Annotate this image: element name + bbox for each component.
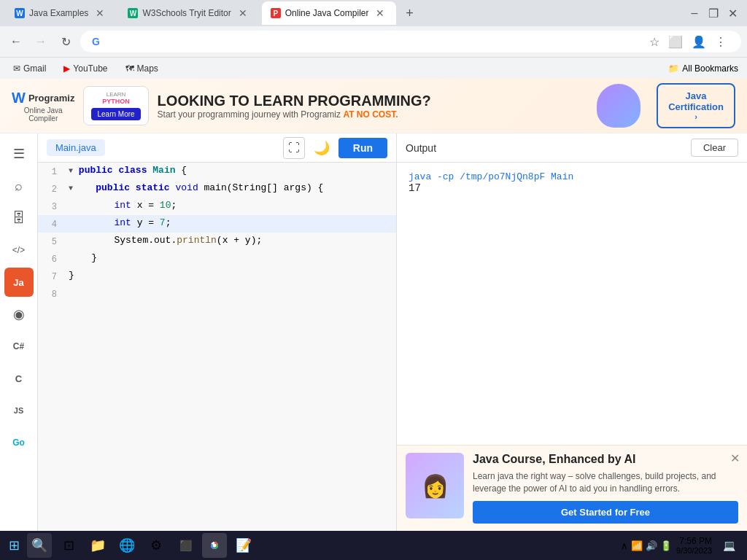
code-line-8: 8	[38, 285, 396, 303]
tab-label-2: W3Schools Tryit Editor	[142, 8, 231, 18]
taskbar-chrome[interactable]	[202, 533, 227, 558]
restore-button[interactable]: ❐	[705, 4, 722, 22]
line-content-7: }	[64, 268, 396, 285]
tray-up-icon[interactable]: ∧	[621, 540, 628, 551]
code-line-1: 1 ▼ public class Main {	[38, 163, 396, 180]
minimize-button[interactable]: –	[686, 4, 703, 22]
get-started-button[interactable]: Get Started for Free	[473, 501, 738, 524]
bookmark-maps[interactable]: 🗺 Maps	[121, 62, 163, 75]
java-cert-arrow: ›	[668, 112, 724, 121]
taskbar-settings[interactable]: ⚙	[144, 533, 169, 558]
file-tab-main-java[interactable]: Main.java	[47, 139, 105, 156]
learn-badge-python: PYTHON	[102, 98, 130, 105]
refresh-button[interactable]: ↻	[55, 31, 76, 52]
run-button[interactable]: Run	[338, 138, 387, 158]
line-content-2: ▼ public static void main(String[] args)…	[64, 180, 396, 198]
line-content-8	[64, 285, 396, 303]
clear-button[interactable]: Clear	[691, 139, 738, 157]
back-button[interactable]: ←	[6, 31, 26, 52]
taskbar-search[interactable]: 🔍	[27, 533, 52, 558]
tab-close-1[interactable]: ✕	[93, 6, 107, 20]
sidebar-icon-c[interactable]: C	[4, 364, 34, 393]
learn-python-badge: LEARN PYTHON Learn More	[83, 86, 148, 125]
tab-favicon-3: P	[271, 8, 281, 18]
java-cert-label: JavaCertification	[668, 90, 724, 112]
clock-time: 7:56 PM	[676, 536, 712, 546]
folder-icon: 📁	[668, 63, 679, 74]
line-num-4: 4	[38, 215, 64, 233]
ad-characters	[589, 84, 648, 128]
sidebar-icon-java[interactable]: Ja	[4, 268, 34, 297]
show-desktop-button[interactable]: 💻	[716, 533, 741, 558]
ai-course-card: 👩 Java Course, Enhanced by AI Learn java…	[397, 445, 747, 531]
close-button[interactable]: ✕	[724, 4, 741, 22]
sidebar-icon-code[interactable]: </>	[4, 236, 34, 265]
learn-more-button[interactable]: Learn More	[91, 108, 140, 120]
address-bar[interactable]: G programiz.com/java-programming/online-…	[80, 31, 741, 52]
line-num-7: 7	[38, 268, 64, 285]
code-editor[interactable]: 1 ▼ public class Main { 2 ▼ public stati…	[38, 163, 397, 531]
tab-close-3[interactable]: ✕	[373, 6, 387, 20]
youtube-favicon: ▶	[63, 63, 70, 74]
code-line-5: 5 System.out.println(x + y);	[38, 233, 396, 250]
tab-java-examples[interactable]: W Java Examples ✕	[6, 1, 116, 25]
tab-favicon-2: W	[128, 8, 138, 18]
taskbar-clock[interactable]: 7:56 PM 9/30/2023	[676, 536, 712, 555]
toolbars-row: Main.java ⛶ 🌙 Run Output Clear	[38, 133, 747, 163]
sidebar-icon-menu[interactable]: ☰	[4, 139, 34, 168]
taskbar-sublime[interactable]: 📝	[231, 533, 256, 558]
line-content-5: System.out.println(x + y);	[64, 233, 396, 250]
url-input[interactable]: programiz.com/java-programming/online-co…	[104, 36, 646, 47]
ad-subtext: Start your programming journey with Prog…	[158, 109, 581, 120]
taskbar-obs[interactable]: ⬛	[173, 533, 198, 558]
reading-view-icon[interactable]: ⬜	[665, 32, 686, 52]
sidebar-icon-database[interactable]: 🗄	[4, 203, 34, 233]
sidebar-icon-csharp[interactable]: C#	[4, 332, 34, 361]
profile-icon[interactable]: 👤	[689, 32, 709, 52]
tab-close-2[interactable]: ✕	[236, 6, 250, 20]
youtube-label: YouTube	[73, 63, 107, 74]
bookmark-star-icon[interactable]: ☆	[646, 32, 662, 52]
ad-text: LOOKING TO LEARN PROGRAMMING? Start your…	[158, 93, 581, 120]
taskbar-file-explorer[interactable]: 📁	[85, 533, 110, 558]
ai-course-image: 👩	[406, 453, 464, 518]
gmail-label: Gmail	[23, 63, 46, 74]
start-button[interactable]: ⊞	[6, 534, 23, 556]
learn-badge-title: LEARN	[107, 91, 126, 98]
line-num-6: 6	[38, 250, 64, 268]
tab-favicon-1: W	[15, 8, 25, 18]
ai-course-title: Java Course, Enhanced by AI	[473, 453, 738, 466]
sidebar-icon-go[interactable]: Go	[4, 428, 34, 457]
all-bookmarks[interactable]: 📁 All Bookmarks	[668, 63, 738, 74]
java-cert-box[interactable]: JavaCertification ›	[657, 83, 735, 128]
sidebar-icon-circle[interactable]: ◉	[4, 300, 34, 329]
main-layout: ☰ ⌕ 🗄 </> Ja ◉ C# C JS Go Main.java ⛶ 🌙 …	[0, 133, 747, 531]
fullscreen-button[interactable]: ⛶	[283, 137, 305, 159]
taskbar: ⊞ 🔍 ⊡ 📁 🌐 ⚙ ⬛ 📝 ∧ 📶 🔊 🔋 7:56 PM 9/30/202…	[0, 531, 747, 560]
ad-banner: W Programiz Online JavaCompiler LEARN PY…	[0, 79, 747, 133]
dark-mode-button[interactable]: 🌙	[311, 137, 333, 159]
code-line-2: 2 ▼ public static void main(String[] arg…	[38, 180, 396, 198]
line-num-5: 5	[38, 233, 64, 250]
bookmark-youtube[interactable]: ▶ YouTube	[59, 62, 112, 75]
programiz-w-icon: W	[12, 90, 26, 106]
forward-button[interactable]: →	[31, 31, 51, 52]
menu-dots-icon[interactable]: ⋮	[712, 32, 729, 52]
ai-course-close-button[interactable]: ✕	[730, 451, 740, 465]
code-line-7: 7 }	[38, 268, 396, 285]
sidebar-icon-js[interactable]: JS	[4, 396, 34, 425]
tab-online-java-compiler[interactable]: P Online Java Compiler ✕	[262, 1, 397, 25]
google-icon: G	[92, 36, 100, 47]
maps-favicon: 🗺	[125, 63, 134, 74]
tab-w3schools[interactable]: W W3Schools Tryit Editor ✕	[119, 1, 258, 25]
system-tray: ∧ 📶 🔊 🔋	[621, 540, 672, 551]
battery-icon: 🔋	[660, 540, 672, 551]
taskbar-edge[interactable]: 🌐	[115, 533, 139, 558]
sidebar-icon-search[interactable]: ⌕	[4, 171, 34, 201]
bookmark-gmail[interactable]: ✉ Gmail	[9, 62, 50, 75]
sidebar: ☰ ⌕ 🗄 </> Ja ◉ C# C JS Go	[0, 133, 38, 531]
line-content-1: ▼ public class Main {	[64, 163, 396, 180]
line-num-3: 3	[38, 198, 64, 215]
new-tab-button[interactable]: +	[399, 3, 419, 23]
taskbar-task-view[interactable]: ⊡	[56, 533, 81, 558]
